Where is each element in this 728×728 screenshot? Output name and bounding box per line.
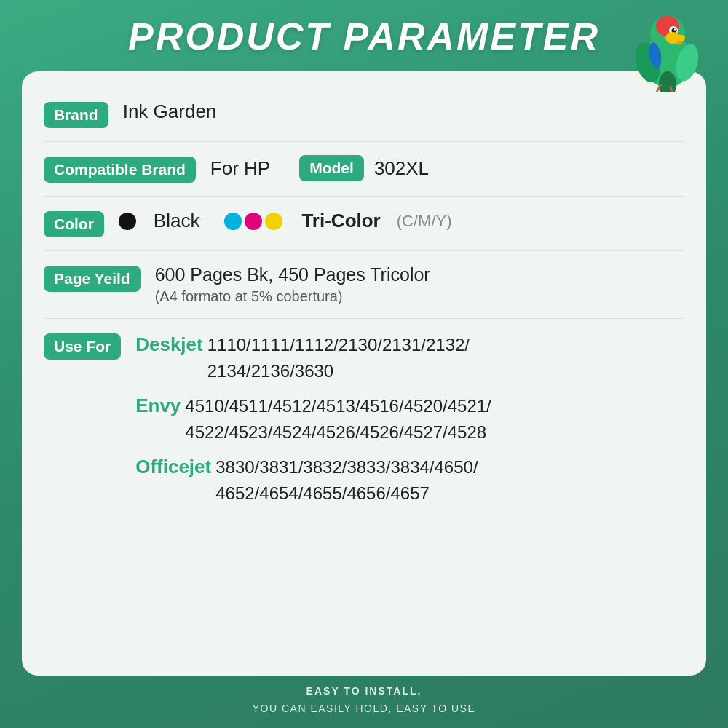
page-wrapper: PRODUCT PARAMETER Brand Ink Garden Compa… — [0, 0, 728, 728]
officejet-brand: Officejet — [135, 456, 211, 478]
deskjet-models: 1110/1111/1112/2130/2131/2132/2134/2136/… — [207, 332, 470, 384]
tricolor-dots — [224, 213, 282, 230]
page-yield-main: 600 Pages Bk, 450 Pages Tricolor — [155, 264, 430, 285]
brand-label: Brand — [44, 102, 108, 128]
magenta-dot-icon — [245, 213, 262, 230]
cyan-dot-icon — [224, 213, 242, 230]
compatible-brand-content: For HP Model 302XL — [210, 155, 684, 181]
envy-brand: Envy — [135, 395, 181, 417]
deskjet-brand: Deskjet — [135, 333, 203, 356]
model-label: Model — [299, 155, 364, 181]
page-yield-sub: (A4 formato at 5% cobertura) — [155, 288, 343, 305]
compatible-brand-value: For HP — [210, 157, 270, 180]
page-title: PRODUCT PARAMETER — [22, 15, 706, 58]
envy-models: 4510/4511/4512/4513/4516/4520/4521/4522/… — [185, 393, 491, 446]
envy-group: Envy 4510/4511/4512/4513/4516/4520/4521/… — [135, 393, 491, 446]
tricolor-text: Tri-Color — [301, 210, 380, 232]
use-for-row: Use For Deskjet 1110/1111/1112/2130/2131… — [44, 319, 684, 520]
yellow-dot-icon — [265, 213, 282, 230]
use-for-content: Deskjet 1110/1111/1112/2130/2131/2132/21… — [135, 332, 684, 507]
footer-line2: YOU CAN EASILY HOLD, EASY TO USE — [253, 700, 476, 718]
title-section: PRODUCT PARAMETER — [22, 15, 706, 58]
footer: EASY TO INSTALL, YOU CAN EASILY HOLD, EA… — [253, 676, 476, 721]
officejet-group: Officejet 3830/3831/3832/3833/3834/4650/… — [135, 454, 478, 507]
deskjet-group: Deskjet 1110/1111/1112/2130/2131/2132/21… — [135, 332, 470, 384]
product-card: Brand Ink Garden Compatible Brand For HP… — [22, 71, 706, 676]
compatible-brand-label: Compatible Brand — [44, 157, 196, 183]
brand-value: Ink Garden — [123, 100, 217, 123]
officejet-models: 3830/3831/3832/3833/3834/4650/4652/4654/… — [215, 454, 478, 507]
color-content: Black Tri-Color (C/M/Y) — [119, 210, 684, 232]
black-text: Black — [154, 210, 200, 232]
page-yield-label: Page Yeild — [44, 266, 141, 292]
page-yield-content: 600 Pages Bk, 450 Pages Tricolor (A4 for… — [155, 264, 684, 305]
compatible-brand-row: Compatible Brand For HP Model 302XL — [44, 142, 684, 197]
cmy-text: (C/M/Y) — [397, 212, 452, 231]
color-row: Color Black Tri-Color (C/M/Y) — [44, 197, 684, 251]
use-for-label: Use For — [44, 333, 121, 360]
model-value: 302XL — [374, 157, 429, 180]
page-yield-row: Page Yeild 600 Pages Bk, 450 Pages Trico… — [44, 251, 684, 319]
color-label: Color — [44, 211, 104, 237]
brand-content: Ink Garden — [123, 100, 684, 123]
footer-line1: EASY TO INSTALL, — [253, 683, 476, 700]
black-dot-icon — [119, 213, 136, 230]
brand-row: Brand Ink Garden — [44, 87, 684, 142]
